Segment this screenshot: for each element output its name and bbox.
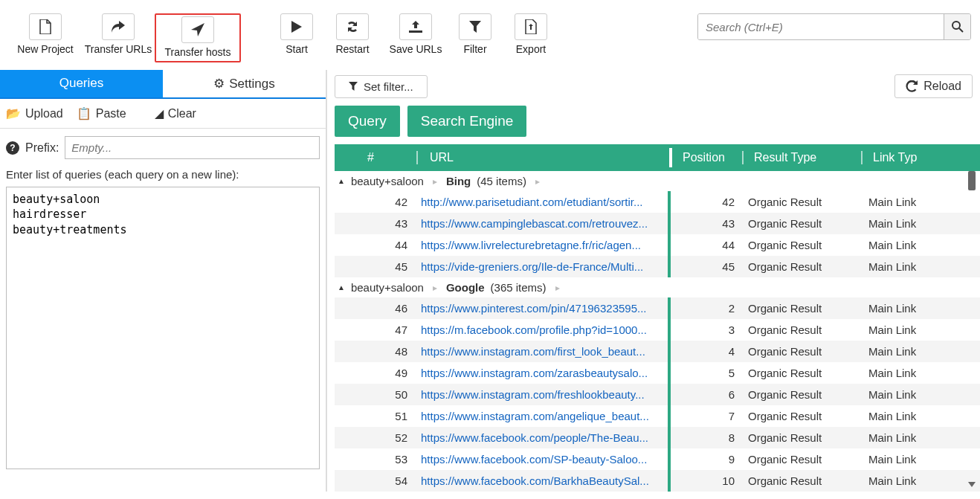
row-position: 4	[671, 345, 742, 358]
transfer-hosts-button[interactable]: Transfer hosts	[155, 13, 241, 62]
row-url-link[interactable]: https://www.livrelecturebretagne.fr/ric/…	[416, 239, 668, 251]
group-engine: Bing	[446, 175, 471, 187]
tabs: Queries ⚙Settings	[0, 70, 326, 99]
group-row[interactable]: ▲beauty+saloon▸Bing (45 items)▸	[327, 171, 980, 191]
chevron-right-icon: ▸	[535, 176, 540, 187]
export-label: Export	[516, 43, 546, 55]
row-link-type: Main Link	[861, 260, 980, 273]
table-row[interactable]: 54https://www.facebook.com/BarkhaBeautyS…	[335, 470, 980, 492]
row-link-type: Main Link	[861, 323, 980, 336]
transfer-urls-button[interactable]: Transfer URLs	[82, 13, 155, 55]
location-arrow-icon	[181, 16, 214, 43]
row-url-link[interactable]: https://www.facebook.com/SP-beauty-Saloo…	[416, 453, 668, 466]
row-result-type: Organic Result	[742, 388, 861, 401]
save-urls-label: Save URLs	[390, 43, 442, 55]
reload-label: Reload	[923, 80, 961, 93]
row-url-link[interactable]: https://www.instagram.com/angelique_beau…	[416, 410, 668, 422]
eraser-icon: ◢	[155, 106, 164, 120]
row-position: 2	[671, 302, 742, 315]
col-url[interactable]: URL	[416, 151, 671, 164]
row-number: 54	[335, 474, 416, 487]
upload-button[interactable]: 📂Upload	[6, 106, 63, 120]
row-number: 42	[335, 196, 416, 208]
col-link-type[interactable]: Link Typ	[861, 151, 980, 164]
group-count: (365 items)	[491, 281, 547, 294]
column-resize-handle[interactable]	[669, 148, 672, 167]
row-link-type: Main Link	[861, 345, 980, 358]
results-body: ▲beauty+saloon▸Bing (45 items)▸42http://…	[327, 171, 980, 492]
table-row[interactable]: 49https://www.instagram.com/zarasbeautys…	[335, 362, 980, 384]
queries-textarea[interactable]	[6, 187, 320, 469]
table-row[interactable]: 51https://www.instagram.com/angelique_be…	[335, 405, 980, 427]
table-row[interactable]: 48https://www.instagram.com/first_look_b…	[335, 341, 980, 362]
row-position: 44	[671, 239, 742, 251]
row-url-link[interactable]: https://www.instagram.com/zarasbeautysal…	[416, 367, 668, 379]
row-number: 50	[335, 388, 416, 401]
table-row[interactable]: 42http://www.parisetudiant.com/etudiant/…	[335, 191, 980, 213]
row-url-link[interactable]: https://www.instagram.com/first_look_bea…	[416, 345, 668, 358]
table-row[interactable]: 52https://www.facebook.com/people/The-Be…	[335, 427, 980, 448]
collapse-icon[interactable]: ▲	[338, 283, 345, 292]
collapse-icon[interactable]: ▲	[338, 177, 345, 185]
table-row[interactable]: 46https://www.pinterest.com/pin/47196323…	[335, 297, 980, 319]
row-url-link[interactable]: https://m.facebook.com/profile.php?id=10…	[416, 323, 668, 336]
gear-icon: ⚙	[213, 77, 225, 91]
group-row[interactable]: ▲beauty+saloon▸Google (365 items)▸	[327, 277, 980, 297]
tab-settings[interactable]: ⚙Settings	[163, 70, 326, 97]
tab-queries[interactable]: Queries	[0, 70, 163, 97]
search-input[interactable]	[698, 14, 944, 39]
row-link-type: Main Link	[861, 302, 980, 315]
group-query: beauty+saloon	[351, 281, 424, 294]
save-urls-button[interactable]: Save URLs	[382, 13, 449, 55]
col-position[interactable]: Position	[671, 151, 742, 164]
restart-label: Restart	[335, 43, 369, 55]
vertical-scrollbar[interactable]	[968, 171, 976, 487]
export-button[interactable]: Export	[501, 13, 561, 55]
reload-icon	[906, 80, 918, 92]
col-result-type[interactable]: Result Type	[742, 151, 861, 164]
badge-query[interactable]: Query	[335, 106, 400, 137]
row-url-link[interactable]: https://www.campinglebascat.com/retrouve…	[416, 217, 668, 230]
paste-button[interactable]: 📋Paste	[77, 106, 126, 120]
restart-button[interactable]: Restart	[323, 13, 382, 55]
clear-button[interactable]: ◢Clear	[155, 106, 196, 120]
table-row[interactable]: 44https://www.livrelecturebretagne.fr/ri…	[335, 234, 980, 256]
prefix-input[interactable]	[65, 136, 320, 159]
table-row[interactable]: 53https://www.facebook.com/SP-beauty-Sal…	[335, 448, 980, 470]
row-url-link[interactable]: http://www.parisetudiant.com/etudiant/so…	[416, 196, 668, 208]
upload-label: Upload	[25, 107, 63, 120]
start-button[interactable]: Start	[271, 13, 323, 55]
help-icon[interactable]: ?	[6, 141, 19, 155]
set-filter-button[interactable]: Set filter...	[335, 75, 428, 98]
filter-button[interactable]: Filter	[449, 13, 501, 55]
row-url-link[interactable]: https://www.facebook.com/people/The-Beau…	[416, 431, 668, 444]
search-button[interactable]	[944, 14, 970, 39]
col-number[interactable]: #	[335, 151, 416, 164]
table-row[interactable]: 50https://www.instagram.com/freshlookbea…	[335, 384, 980, 405]
row-number: 45	[335, 260, 416, 273]
row-position: 6	[671, 388, 742, 401]
row-position: 5	[671, 367, 742, 379]
row-url-link[interactable]: https://www.instagram.com/freshlookbeaut…	[416, 388, 668, 401]
filter-icon	[459, 13, 491, 40]
new-project-button[interactable]: New Project	[9, 13, 82, 55]
row-number: 48	[335, 345, 416, 358]
scroll-down-arrow-icon[interactable]	[968, 482, 976, 487]
row-url-link[interactable]: https://www.facebook.com/BarkhaBeautySal…	[416, 474, 668, 487]
scroll-thumb[interactable]	[968, 171, 976, 190]
row-url-link[interactable]: https://vide-greniers.org/Ile-de-France/…	[416, 260, 668, 273]
row-link-type: Main Link	[861, 367, 980, 379]
results-header: # URL Position Result Type Link Typ	[335, 144, 980, 171]
row-url-link[interactable]: https://www.pinterest.com/pin/4719632359…	[416, 302, 668, 315]
row-position: 43	[671, 217, 742, 230]
svg-point-0	[952, 22, 960, 29]
table-row[interactable]: 43https://www.campinglebascat.com/retrou…	[335, 213, 980, 234]
row-result-type: Organic Result	[742, 367, 861, 379]
row-link-type: Main Link	[861, 196, 980, 208]
badge-search-engine[interactable]: Search Engine	[407, 106, 527, 137]
table-row[interactable]: 45https://vide-greniers.org/Ile-de-Franc…	[335, 256, 980, 277]
export-icon	[515, 13, 547, 40]
row-link-type: Main Link	[861, 410, 980, 422]
reload-button[interactable]: Reload	[894, 74, 973, 98]
table-row[interactable]: 47https://m.facebook.com/profile.php?id=…	[335, 319, 980, 341]
